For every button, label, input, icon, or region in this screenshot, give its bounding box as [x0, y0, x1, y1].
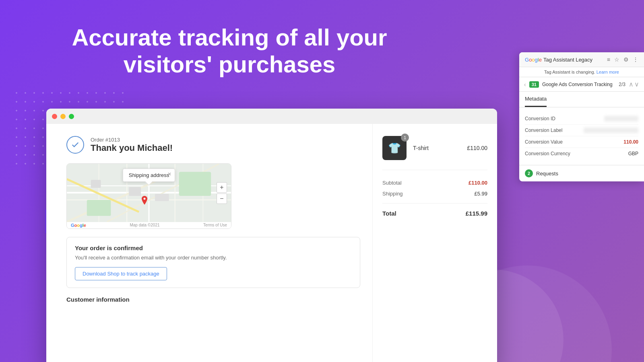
total-value: £115.99	[466, 210, 487, 217]
confirmed-title: Your order is confirmed	[75, 245, 352, 251]
order-confirmed-section: Your order is confirmed You'll receive a…	[66, 237, 360, 288]
confirmed-desc: You'll receive a confirmation email with…	[75, 255, 352, 261]
ta-tab-bar: Metadata	[519, 92, 644, 107]
tshirt-icon: 👕	[388, 142, 401, 154]
shipping-label: Shipping	[382, 191, 403, 197]
ta-nav-counter: 2/3	[619, 82, 625, 87]
map-credit: Map data ©2021	[130, 223, 159, 228]
ta-conversion-currency-key: Conversion Currency	[525, 151, 573, 156]
svg-rect-15	[155, 194, 169, 201]
order-header: Order #1013 Thank you Michael!	[66, 136, 360, 154]
shipping-row: Shipping £5.99	[382, 191, 487, 197]
customer-info-section: Customer information	[66, 296, 360, 303]
star-icon[interactable]: ☆	[614, 56, 619, 63]
download-shop-button[interactable]: Download Shop to track package	[75, 267, 167, 280]
map-terms: Terms of Use	[203, 223, 227, 228]
pin-svg	[141, 196, 148, 205]
ta-conversion-id-row: Conversion ID ██████████	[525, 113, 638, 125]
shipping-value: £5.99	[474, 191, 487, 197]
ta-nav: ‹ 31 Google Ads Conversion Tracking 2/3 …	[519, 77, 644, 92]
ta-requests-badge: 2	[525, 169, 533, 177]
total-row: Total £115.99	[382, 203, 487, 217]
browser-close-btn[interactable]	[52, 114, 57, 119]
ta-header-icons: ≡ ☆ ⚙ ⋮	[607, 56, 638, 63]
ta-notice: Tag Assistant is changing. Learn more	[519, 67, 644, 77]
ta-header: Google Tag Assistant Legacy ≡ ☆ ⚙ ⋮	[519, 52, 644, 67]
map-tooltip-close[interactable]: ✕	[167, 171, 171, 177]
browser-minimize-btn[interactable]	[60, 114, 66, 119]
map-footer: Google Map data ©2021 Terms of Use	[67, 222, 231, 228]
ta-conversion-label-row: Conversion Label ████████████████	[525, 125, 638, 136]
google-logo: Google	[71, 223, 86, 228]
map-controls: + −	[217, 182, 227, 204]
check-circle-icon	[66, 136, 84, 154]
ta-conversion-currency-row: Conversion Currency GBP	[525, 148, 638, 159]
left-bar	[45, 209, 46, 233]
ta-conversion-label-key: Conversion Label	[525, 128, 573, 133]
ta-conversion-label-value: ████████████████	[584, 128, 638, 133]
ta-conversion-id-value: ██████████	[604, 116, 638, 121]
ta-nav-title: Google Ads Conversion Tracking	[542, 82, 615, 87]
order-info: Order #1013 Thank you Michael!	[91, 137, 173, 153]
ta-notice-link[interactable]: Learn more	[597, 70, 619, 74]
ta-footer: 2 Requests	[519, 165, 644, 181]
customer-info-title: Customer information	[66, 296, 360, 303]
ta-conversion-value-value: 110.00	[623, 139, 638, 145]
order-number: Order #1013	[91, 137, 173, 143]
subtotal-label: Subtotal	[382, 180, 402, 186]
subtotal-row: Subtotal £110.00	[382, 180, 487, 186]
ta-product-name: Tag Assistant Legacy	[543, 57, 592, 63]
map-container: Shipping address ✕ + −	[66, 163, 231, 229]
product-row: 👕 1 T-shirt £110.00	[382, 136, 487, 170]
ta-conversion-value-row: Conversion Value 110.00	[525, 136, 638, 148]
checkmark-svg	[71, 140, 80, 149]
map-background: Shipping address ✕ + −	[67, 164, 231, 222]
filter-icon[interactable]: ≡	[607, 56, 610, 63]
browser-window: Order #1013 Thank you Michael!	[46, 109, 497, 362]
browser-titlebar	[46, 109, 497, 124]
browser-content: Order #1013 Thank you Michael!	[46, 124, 497, 362]
map-tooltip: Shipping address ✕	[123, 169, 175, 182]
svg-rect-13	[129, 187, 141, 196]
ta-tab-metadata[interactable]: Metadata	[525, 92, 547, 107]
order-area: Order #1013 Thank you Michael!	[46, 124, 372, 362]
product-quantity-badge: 1	[401, 134, 409, 142]
ta-conversion-id-key: Conversion ID	[525, 116, 573, 121]
product-image-wrap: 👕 1	[382, 136, 407, 160]
order-summary-panel: 👕 1 T-shirt £110.00 Subtotal £110.00 Shi…	[372, 124, 497, 362]
ta-nav-chevrons: ∧ ∨	[629, 80, 639, 88]
svg-point-17	[143, 197, 145, 200]
product-price: £110.00	[467, 145, 487, 151]
ta-conversion-currency-value: GBP	[628, 151, 638, 156]
google-brand-logo: Google	[525, 57, 542, 63]
ta-conversion-value-key: Conversion Value	[525, 139, 573, 145]
order-thank-you: Thank you Michael!	[91, 143, 173, 153]
svg-rect-12	[87, 200, 111, 216]
ta-body: Conversion ID ██████████ Conversion Labe…	[519, 107, 644, 165]
map-pin-icon	[141, 196, 148, 205]
svg-rect-14	[91, 180, 101, 188]
svg-rect-11	[179, 172, 211, 196]
hero-section: Accurate tracking of all your visitors' …	[0, 24, 459, 78]
product-name: T-shirt	[413, 145, 467, 151]
ta-tag-label: 31	[529, 81, 539, 88]
ta-chevron-up[interactable]: ∧	[629, 80, 634, 88]
total-label: Total	[382, 210, 396, 217]
ta-brand: Google Tag Assistant Legacy	[525, 57, 592, 63]
hero-title: Accurate tracking of all your visitors' …	[0, 24, 459, 78]
tag-assistant-panel: Google Tag Assistant Legacy ≡ ☆ ⚙ ⋮ Tag …	[519, 52, 644, 181]
ta-nav-back[interactable]: ‹	[524, 81, 526, 88]
browser-maximize-btn[interactable]	[69, 114, 74, 119]
map-zoom-out[interactable]: −	[217, 193, 227, 204]
ta-requests-label: Requests	[536, 171, 558, 177]
more-icon[interactable]: ⋮	[633, 56, 638, 63]
subtotal-value: £110.00	[469, 180, 487, 186]
map-zoom-in[interactable]: +	[217, 182, 227, 193]
settings-icon[interactable]: ⚙	[623, 56, 629, 63]
ta-chevron-down[interactable]: ∨	[634, 80, 639, 88]
